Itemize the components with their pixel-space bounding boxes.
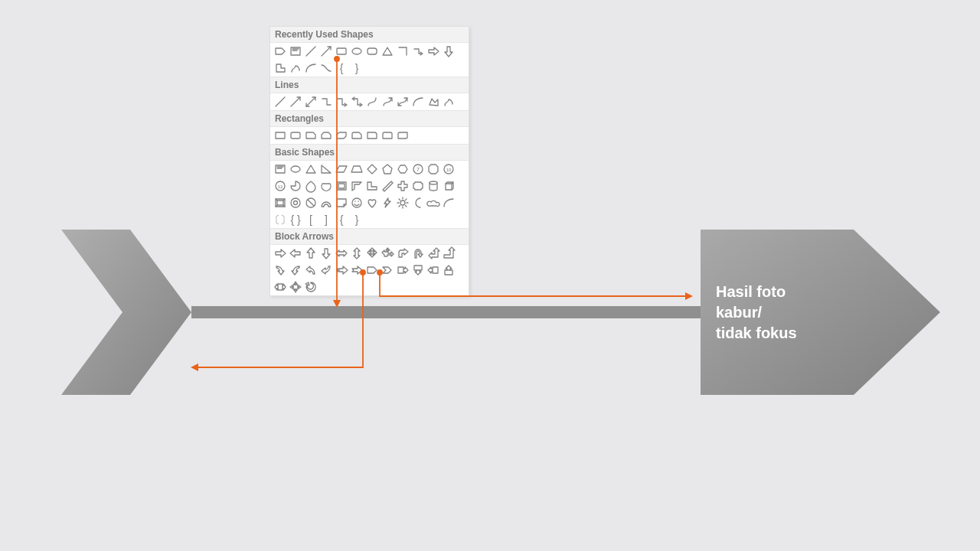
svg-marker-39 <box>685 292 693 300</box>
svg-marker-35 <box>333 300 341 308</box>
svg-marker-37 <box>191 364 198 371</box>
callout-connectors <box>0 0 980 551</box>
